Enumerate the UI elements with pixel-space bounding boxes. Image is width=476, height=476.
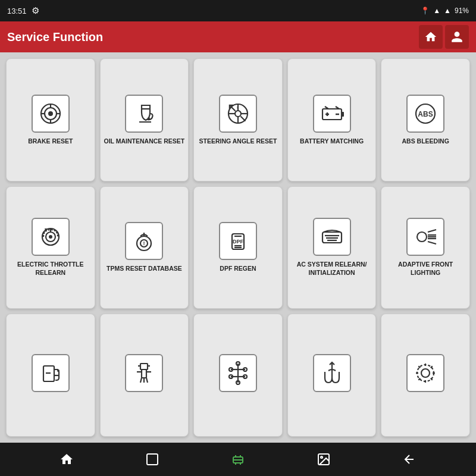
svg-point-2 xyxy=(48,111,53,116)
nav-image-button[interactable] xyxy=(312,447,336,471)
svg-line-49 xyxy=(428,242,436,244)
service-grid: BRAKE RESET OIL MAINTENANCE RESET xyxy=(0,52,476,443)
steering-angle-label: STEERING ANGLE RESET xyxy=(199,137,277,146)
injector-card[interactable] xyxy=(100,314,189,437)
battery-text: 91% xyxy=(455,7,469,15)
electric-throttle-card[interactable]: ELECTRIC THROTTLE RELEARN xyxy=(6,186,95,309)
location-icon: 📍 xyxy=(421,7,430,15)
status-left: 13:51 ⚙ xyxy=(7,5,39,16)
svg-point-44 xyxy=(417,232,427,242)
adaptive-lighting-icon-box xyxy=(406,218,444,256)
svg-line-15 xyxy=(230,106,235,111)
brake-reset-icon-box xyxy=(32,95,70,133)
fuel-icon-box xyxy=(32,354,70,392)
battery-matching-label: BATTERY MATCHING xyxy=(300,137,364,146)
tpms-reset-label: TPMS RESET DATABASE xyxy=(107,265,182,273)
coolant-icon-box xyxy=(313,354,351,392)
svg-point-10 xyxy=(235,111,241,117)
steering-angle-icon-box: ! xyxy=(219,95,257,133)
svg-rect-71 xyxy=(147,454,158,465)
tpms-reset-icon-box: ! xyxy=(125,222,163,260)
svg-point-52 xyxy=(57,369,60,372)
header-icons xyxy=(419,25,469,49)
home-button[interactable] xyxy=(419,25,443,49)
svg-text:!: ! xyxy=(237,106,238,109)
settings-icon: ⚙ xyxy=(32,5,39,16)
svg-rect-54 xyxy=(142,369,146,378)
ac-system-card[interactable]: AC SYSTEM RELEARN/ INITIALIZATION xyxy=(287,186,377,309)
svg-text:DPF: DPF xyxy=(233,239,244,245)
dpf-regen-card[interactable]: DPF DPF REGEN xyxy=(193,186,283,309)
abs-bleeding-icon-box: ABS xyxy=(406,95,444,133)
brake-reset-label: BRAKE RESET xyxy=(28,137,73,146)
nav-home-button[interactable] xyxy=(55,447,79,471)
svg-point-69 xyxy=(421,369,430,377)
svg-text:ABS: ABS xyxy=(418,110,433,118)
dpf-regen-label: DPF REGEN xyxy=(220,265,256,273)
ac-system-icon-box xyxy=(313,218,351,256)
nav-back-button[interactable] xyxy=(397,447,421,471)
ac-system-label: AC SYSTEM RELEARN/ INITIALIZATION xyxy=(290,261,374,277)
svg-point-79 xyxy=(321,456,322,458)
tpms-reset-card[interactable]: ! TPMS RESET DATABASE xyxy=(100,186,189,309)
brake-reset-card[interactable]: BRAKE RESET xyxy=(6,58,95,181)
adaptive-front-lighting-card[interactable]: ADAPTIVE FRONT LIGHTING xyxy=(381,186,470,309)
signal-icon: ▲ xyxy=(444,7,451,15)
oil-maintenance-icon-box xyxy=(125,95,163,133)
fuel-card[interactable] xyxy=(6,314,95,437)
gear-settings-card[interactable] xyxy=(381,314,470,437)
bottom-nav xyxy=(0,443,476,476)
electric-throttle-label: ELECTRIC THROTTLE RELEARN xyxy=(9,261,92,277)
battery-matching-card[interactable]: BATTERY MATCHING xyxy=(287,58,377,181)
battery-matching-icon-box xyxy=(313,95,351,133)
page-title: Service Function xyxy=(7,30,103,44)
status-right: 📍 ▲ ▲ 91% xyxy=(421,7,469,15)
gear-icon-box xyxy=(406,354,444,392)
svg-rect-19 xyxy=(342,112,344,117)
nav-vci-button[interactable] xyxy=(226,447,250,471)
svg-rect-53 xyxy=(140,364,148,369)
adaptive-lighting-label: ADAPTIVE FRONT LIGHTING xyxy=(384,261,467,277)
steering-angle-card[interactable]: ! STEERING ANGLE RESET xyxy=(193,58,283,181)
svg-line-45 xyxy=(428,230,436,232)
svg-line-16 xyxy=(240,116,245,121)
oil-maintenance-card[interactable]: OIL MAINTENANCE RESET xyxy=(100,58,189,181)
status-time: 13:51 xyxy=(7,7,27,15)
svg-point-7 xyxy=(148,117,150,120)
dpf-regen-icon-box: DPF xyxy=(219,222,257,260)
coolant-card[interactable] xyxy=(287,314,377,437)
injector-icon-box xyxy=(125,354,163,392)
svg-text:!: ! xyxy=(143,240,145,246)
status-bar: 13:51 ⚙ 📍 ▲ ▲ 91% xyxy=(0,0,476,21)
svg-point-30 xyxy=(49,235,52,239)
transmission-icon-box xyxy=(219,354,257,392)
nav-square-button[interactable] xyxy=(140,447,164,471)
user-button[interactable] xyxy=(445,25,469,49)
wifi-icon: ▲ xyxy=(433,7,440,15)
electric-throttle-icon-box xyxy=(32,218,70,256)
abs-bleeding-label: ABS BLEEDING xyxy=(402,137,449,146)
header: Service Function xyxy=(0,21,476,52)
oil-maintenance-label: OIL MAINTENANCE RESET xyxy=(104,137,185,146)
transmission-card[interactable] xyxy=(193,314,283,437)
abs-bleeding-card[interactable]: ABS ABS BLEEDING xyxy=(381,58,470,181)
